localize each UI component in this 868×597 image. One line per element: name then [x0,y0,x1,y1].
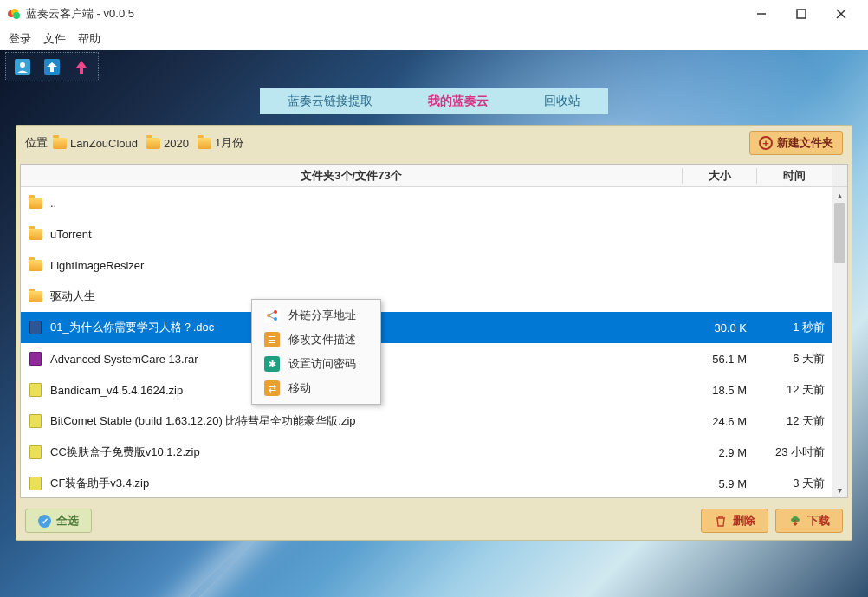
file-time: 6 天前 [757,351,832,367]
tab-my-cloud[interactable]: 我的蓝奏云 [400,88,516,114]
zip-file-icon [28,383,43,397]
file-time: 23 小时前 [757,445,832,460]
table-row[interactable]: Advanced SystemCare 13.rar56.1 M6 天前 [21,343,847,374]
ctx-move[interactable]: ⇄移动 [252,376,380,400]
trash-icon [714,514,728,528]
breadcrumb-row: 位置 LanZouCloud 2020 1月份 + 新建文件夹 [16,126,852,160]
col-name[interactable]: 文件夹3个/文件73个 [21,168,683,184]
ctx-edit-desc[interactable]: ☰修改文件描述 [252,328,380,352]
share-icon [264,308,280,323]
folder-icon [146,138,160,149]
menu-help[interactable]: 帮助 [78,31,100,47]
scroll-up-icon[interactable]: ▴ [832,187,847,203]
table-row[interactable]: Bandicam_v4.5.4.1624.zip18.5 M12 天前 [21,374,847,406]
table-row[interactable]: 01_为什么你需要学习人格？.doc30.0 K1 秒前 [21,312,847,343]
file-name: LightImageResizer [50,259,683,272]
folder-icon [198,138,211,149]
file-table: 文件夹3个/文件73个 大小 时间 ▴ ▾ 外链分享地址 ☰修改文件描述 ✱设置… [20,164,848,498]
file-name: .. [50,197,683,210]
download-button[interactable]: 下载 [775,509,843,533]
ctx-share[interactable]: 外链分享地址 [252,303,380,328]
table-row[interactable]: uTorrent [21,218,847,250]
table-body: ▴ ▾ 外链分享地址 ☰修改文件描述 ✱设置访问密码 ⇄移动 ..uTorren… [21,187,847,497]
col-size[interactable]: 大小 [683,168,757,184]
toolbar-account-button[interactable] [8,55,37,79]
file-name: BitComet Stable (build 1.63.12.20) 比特彗星全… [50,413,683,429]
plus-circle-icon: + [759,136,773,150]
location-label: 位置 [25,135,48,151]
doc-file-icon [28,321,43,334]
file-size: 18.5 M [683,384,757,397]
toolbar-cloud-button[interactable] [37,55,67,79]
zip-file-icon [28,414,43,428]
window-title: 蓝奏云客户端 - v0.0.5 [26,6,742,22]
breadcrumb-item[interactable]: 2020 [146,137,189,150]
toolbar-upload-button[interactable] [67,55,96,79]
table-row[interactable]: CC换肤盒子免费版v10.1.2.zip2.9 M23 小时前 [21,437,847,468]
file-time: 12 天前 [757,382,832,398]
col-time[interactable]: 时间 [757,168,832,184]
toolbar [0,50,868,83]
file-size: 56.1 M [683,353,757,366]
tab-recycle[interactable]: 回收站 [516,88,608,114]
menubar: 登录 文件 帮助 [0,28,868,50]
scroll-down-icon[interactable]: ▾ [832,482,847,497]
ctx-set-password[interactable]: ✱设置访问密码 [252,352,380,376]
zip-file-icon [28,477,43,490]
table-row[interactable]: .. [21,187,847,218]
folder-icon [28,198,43,209]
svg-rect-4 [797,10,806,18]
file-time: 1 秒前 [757,320,832,335]
file-size: 5.9 M [683,477,757,490]
scrollbar[interactable]: ▴ ▾ [832,187,847,497]
main-panel: 位置 LanZouCloud 2020 1月份 + 新建文件夹 文件夹3个/文件… [16,125,852,541]
move-icon: ⇄ [264,380,280,396]
menu-file[interactable]: 文件 [43,31,66,47]
tabs: 蓝奏云链接提取 我的蓝奏云 回收站 [0,88,868,114]
table-header: 文件夹3个/文件73个 大小 时间 [21,165,847,187]
table-row[interactable]: 驱动人生 [21,281,847,312]
folder-icon [28,229,43,240]
zip-file-icon [28,445,43,459]
breadcrumb-item[interactable]: 1月份 [198,135,243,151]
svg-line-13 [269,312,275,315]
file-name: CF装备助手v3.4.zip [50,476,683,491]
minimize-button[interactable] [742,0,781,28]
maximize-button[interactable] [781,0,821,28]
rar-file-icon [28,352,43,366]
svg-point-8 [20,62,25,68]
titlebar: 蓝奏云客户端 - v0.0.5 [0,0,868,28]
file-size: 2.9 M [683,446,757,459]
tab-link-extract[interactable]: 蓝奏云链接提取 [260,88,400,114]
select-all-button[interactable]: ✓ 全选 [25,509,92,533]
context-menu: 外链分享地址 ☰修改文件描述 ✱设置访问密码 ⇄移动 [251,299,381,405]
download-icon [788,514,802,528]
edit-icon: ☰ [264,332,280,347]
new-folder-button[interactable]: + 新建文件夹 [749,131,843,155]
svg-point-2 [13,12,20,19]
app-logo-icon [7,7,21,21]
table-row[interactable]: BitComet Stable (build 1.63.12.20) 比特彗星全… [21,406,847,437]
lock-icon: ✱ [264,356,280,372]
file-size: 24.6 M [683,415,757,428]
svg-line-14 [269,316,275,319]
folder-icon [28,291,43,302]
check-icon: ✓ [38,515,51,528]
file-time: 3 天前 [757,476,832,491]
file-size: 30.0 K [683,321,757,334]
breadcrumb-item[interactable]: LanZouCloud [53,137,138,150]
scroll-thumb[interactable] [834,203,845,263]
folder-icon [28,260,43,271]
menu-login[interactable]: 登录 [9,31,31,47]
file-time: 12 天前 [757,413,832,429]
close-button[interactable] [821,0,861,28]
delete-button[interactable]: 删除 [701,509,768,533]
table-row[interactable]: LightImageResizer [21,250,847,281]
footer-buttons: ✓ 全选 删除 下载 [16,502,852,540]
folder-icon [53,138,67,149]
file-name: uTorrent [50,228,683,241]
file-name: CC换肤盒子免费版v10.1.2.zip [50,445,683,460]
table-row[interactable]: CF装备助手v3.4.zip5.9 M3 天前 [21,468,847,497]
